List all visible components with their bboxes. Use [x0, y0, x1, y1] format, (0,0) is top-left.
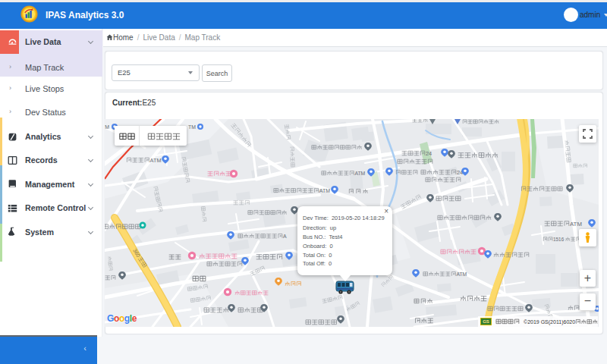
svg-text:1516: 1516 [553, 237, 565, 242]
svg-text:ATM: ATM [319, 188, 330, 193]
svg-text:TM: TM [188, 124, 196, 130]
svg-text:ATM: ATM [456, 271, 467, 277]
svg-text:ATM: ATM [354, 171, 365, 176]
svg-text:ATM: ATM [570, 221, 582, 228]
svg-text:A: A [283, 234, 287, 239]
svg-text:©2019 GS(2011)6020: ©2019 GS(2011)6020 [524, 319, 575, 325]
svg-text:TM: TM [105, 124, 109, 130]
svg-text:ATM: ATM [150, 157, 162, 164]
svg-text:24: 24 [426, 150, 432, 157]
